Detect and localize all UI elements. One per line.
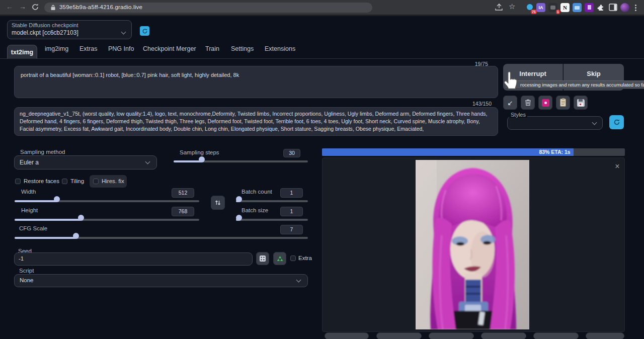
tab-txt2img[interactable]: txt2img	[7, 45, 37, 59]
slider-thumb[interactable]	[54, 196, 60, 202]
slider-thumb[interactable]	[236, 215, 242, 221]
bottom-action-button[interactable]	[586, 332, 624, 339]
batch-size-label: Batch size	[242, 207, 268, 213]
extension-icon-ia[interactable]: IA	[536, 3, 545, 12]
extension-icon-dark[interactable]: 1	[548, 3, 557, 12]
extension-icon-notion[interactable]: N	[560, 3, 570, 12]
styles-label: Styles	[509, 112, 527, 118]
sampling-method-dropdown[interactable]: Euler a	[14, 155, 157, 170]
hires-fix-label: Hires. fix	[102, 178, 124, 184]
sampling-steps-label: Sampling steps	[180, 149, 219, 155]
save-style-button[interactable]	[574, 96, 588, 110]
clear-prompt-button[interactable]	[521, 96, 535, 110]
extension-badge: 1	[556, 10, 560, 14]
mouse-cursor-hand	[501, 70, 521, 94]
extension-icon-pin[interactable]: 71	[525, 3, 534, 12]
styles-dropdown[interactable]	[507, 116, 603, 130]
bottom-action-button[interactable]	[376, 332, 422, 339]
extra-seed-checkbox[interactable]	[290, 256, 296, 261]
tab-extensions[interactable]: Extensions	[265, 45, 295, 52]
reuse-seed-button[interactable]	[273, 252, 286, 265]
tab-checkpoint-merger[interactable]: Checkpoint Merger	[143, 45, 196, 52]
random-seed-button[interactable]	[256, 252, 269, 265]
tab-extras[interactable]: Extras	[79, 45, 97, 52]
extension-icon-screenshot[interactable]	[573, 3, 582, 12]
swap-dimensions-button[interactable]	[211, 196, 225, 210]
tab-train[interactable]: Train	[205, 45, 219, 52]
seed-input[interactable]: -1	[14, 252, 253, 266]
profile-avatar[interactable]	[620, 3, 629, 12]
refresh-icon	[142, 28, 148, 34]
back-icon[interactable]: ←	[6, 3, 13, 11]
width-slider[interactable]	[15, 198, 199, 204]
slider-track	[236, 219, 308, 221]
cfg-scale-input[interactable]: 7	[280, 225, 303, 234]
cfg-scale-label: CFG Scale	[19, 225, 47, 231]
cfg-scale-slider[interactable]	[15, 235, 308, 241]
share-icon[interactable]	[495, 3, 503, 12]
forward-icon[interactable]: →	[19, 3, 26, 11]
reload-icon[interactable]	[31, 3, 39, 11]
batch-size-input[interactable]: 1	[280, 207, 303, 216]
bottom-action-button[interactable]	[429, 332, 474, 339]
extra-networks-button[interactable]	[538, 96, 552, 110]
generated-image[interactable]	[416, 160, 529, 329]
restore-faces-label: Restore faces	[24, 178, 59, 184]
refresh-icon	[613, 119, 620, 126]
width-label: Width	[21, 189, 36, 195]
height-input[interactable]: 768	[172, 207, 194, 216]
tab-settings[interactable]: Settings	[231, 45, 254, 52]
batch-size-slider[interactable]	[236, 217, 308, 223]
tiling-checkbox[interactable]	[62, 179, 67, 184]
bottom-action-button[interactable]	[325, 332, 369, 339]
slider-thumb[interactable]	[199, 156, 205, 162]
tab-img2img[interactable]: img2img	[45, 45, 68, 52]
batch-count-input[interactable]: 1	[280, 188, 303, 198]
restore-faces-checkbox[interactable]	[15, 179, 21, 184]
slider-thumb[interactable]	[236, 196, 242, 202]
bottom-action-button[interactable]	[533, 332, 579, 339]
checkpoint-value: model.ckpt [cc6cb27103]	[12, 29, 78, 36]
browser-toolbar: ← → 359e5b9a-a5ff-4216.gradio.live ☆ 71 …	[0, 0, 644, 15]
progress-bar: 83% ETA: 1s	[322, 148, 625, 156]
side-panel-icon[interactable]	[609, 3, 617, 12]
extensions-puzzle-icon[interactable]	[597, 3, 605, 12]
negative-prompt-textarea[interactable]: ng_deepnegative_v1_75t, (worst quality, …	[14, 107, 498, 136]
seed-value: -1	[19, 256, 24, 262]
close-preview-button[interactable]: ×	[613, 162, 622, 171]
height-label: Height	[21, 207, 38, 213]
refresh-checkpoint-button[interactable]	[140, 26, 149, 36]
sampling-steps-input[interactable]: 30	[283, 149, 300, 157]
sampling-method-label: Sampling method	[20, 149, 65, 155]
paste-params-button[interactable]: ↙	[503, 96, 517, 110]
extension-icon-onenote[interactable]	[585, 3, 594, 12]
progress-fill: 83% ETA: 1s	[322, 148, 574, 156]
arrow-down-left-icon: ↙	[508, 99, 513, 107]
slider-thumb[interactable]	[78, 215, 84, 221]
prompt-textarea[interactable]: portrait of a beautiful [woman::0.1] rob…	[14, 66, 498, 98]
chevron-down-icon	[296, 278, 301, 283]
checkpoint-label: Stable Diffusion checkpoint	[12, 22, 78, 28]
height-slider[interactable]	[15, 217, 199, 223]
image-preview-panel	[322, 157, 625, 332]
batch-count-slider[interactable]	[236, 198, 308, 204]
bottom-action-button[interactable]	[481, 332, 526, 339]
apply-styles-button[interactable]	[556, 96, 570, 110]
width-input[interactable]: 512	[172, 188, 194, 198]
script-label: Script	[19, 268, 34, 274]
bookmark-star-icon[interactable]: ☆	[509, 2, 515, 11]
chevron-down-icon	[145, 159, 150, 164]
slider-track	[15, 237, 308, 239]
negative-token-counter: 143/150	[443, 101, 492, 107]
browser-menu-icon[interactable]	[633, 4, 637, 12]
checkpoint-dropdown[interactable]: Stable Diffusion checkpoint model.ckpt […	[7, 20, 132, 39]
script-dropdown[interactable]: None	[14, 274, 308, 287]
slider-thumb[interactable]	[73, 233, 79, 239]
slider-track	[174, 160, 308, 162]
floppy-disk-icon	[577, 99, 585, 107]
tab-png-info[interactable]: PNG Info	[108, 45, 134, 52]
sampling-steps-slider[interactable]	[174, 158, 308, 164]
hires-fix-checkbox[interactable]	[93, 179, 99, 184]
slider-track	[236, 200, 308, 202]
refresh-styles-button[interactable]	[609, 115, 624, 129]
